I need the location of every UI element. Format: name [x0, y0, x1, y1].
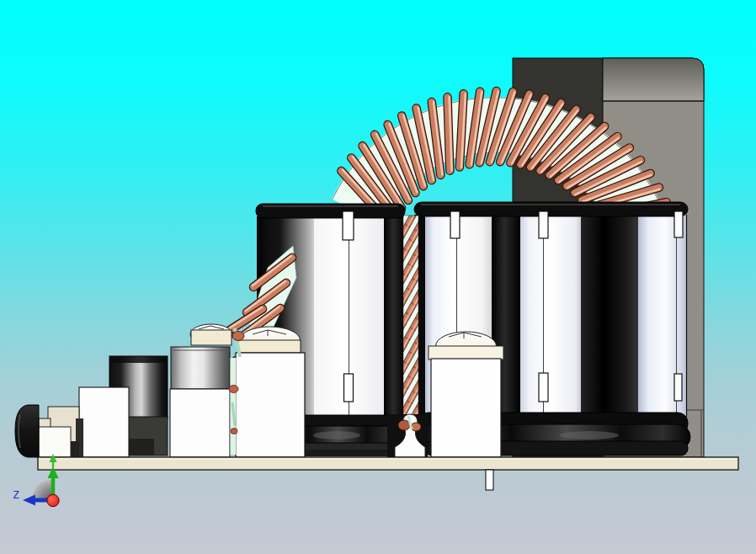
- light-cylinder: [171, 347, 230, 389]
- dome-cap-1-shoulder: [191, 330, 232, 345]
- cap-bank-label-b: [520, 215, 581, 417]
- dome-cap-2-shoulder: [238, 340, 301, 353]
- z-axis-label: Z: [13, 488, 19, 501]
- winding-strip: [403, 216, 418, 423]
- beige-tab: [39, 418, 51, 428]
- scene-canvas: Z: [0, 0, 756, 554]
- x-axis-dot: [47, 494, 59, 506]
- cap-left-right-shade: [384, 216, 405, 417]
- small-capacitors[interactable]: [15, 324, 305, 457]
- y-axis-tip-stem: [52, 461, 54, 467]
- white-box-2: [170, 389, 230, 457]
- heatsink-top-fin: [603, 58, 704, 101]
- cap-bank-vent-b-bottom: [539, 373, 548, 402]
- cap-left-vent-bottom: [344, 374, 354, 402]
- board-pin: [486, 470, 493, 490]
- white-box-1: [79, 387, 129, 457]
- dark-cylinder-rim: [109, 356, 168, 363]
- cap-bank-highlight2: [560, 431, 619, 439]
- pcb-board[interactable]: [38, 457, 738, 490]
- white-box-3: [236, 353, 305, 457]
- wire-blob-1: [229, 386, 238, 393]
- cap-bank-dark2: [581, 215, 638, 417]
- cap-left-bung-highlight: [313, 431, 360, 439]
- cad-viewport[interactable]: Z: [0, 0, 756, 554]
- snap-in-capacitor[interactable]: [429, 332, 503, 457]
- snapin-body: [431, 359, 501, 457]
- wire-end-right: [411, 423, 421, 431]
- white-box-small: [39, 427, 71, 457]
- cap-bank-vent-b-top: [539, 211, 548, 238]
- dark-box-inner: [128, 439, 154, 455]
- cap-bank-vent-c-top: [674, 211, 683, 237]
- z-axis-arrowhead: [23, 495, 35, 506]
- dark-piece: [71, 441, 79, 457]
- axis-triad[interactable]: Z: [13, 454, 59, 507]
- cap-left-vent-top: [343, 211, 354, 240]
- wire-knuckle: [232, 332, 244, 341]
- wire-end-left: [398, 420, 410, 430]
- cap-bank-vent-c-bottom: [674, 374, 682, 401]
- wire-blob-2: [231, 429, 237, 434]
- cap-bank-vent-a-top: [450, 211, 460, 238]
- snapin-shoulder: [429, 346, 503, 360]
